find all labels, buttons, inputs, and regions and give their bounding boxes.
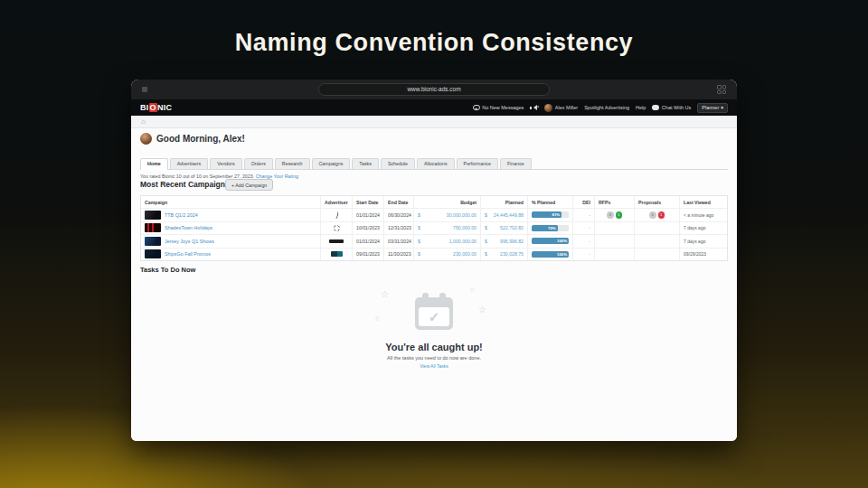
proposal-count-badge[interactable]: 1 [649,211,656,219]
dei-cell: - [573,235,595,248]
caught-up-title: You're all caught up! [131,342,737,352]
main-tabs: Home Advertisers Vendors Orders Research… [140,159,728,170]
chat-bubble-icon [473,105,480,110]
start-date: 10/01/2023 [353,222,384,235]
advertiser-logo [329,239,344,244]
tab-schedule[interactable]: Schedule [381,158,415,169]
last-viewed: 7 days ago [680,235,727,248]
campaign-link[interactable]: Jersey Joys Q1 Shows [165,239,214,244]
chat-with-us-link[interactable]: Chat With Us [652,105,691,110]
table-row[interactable]: Jersey Joys Q1 Shows 01/01/2024 03/31/20… [141,234,727,248]
campaign-thumbnail [145,223,161,232]
browser-menu-icon[interactable] [142,87,147,92]
tab-tasks[interactable]: Tasks [352,158,379,169]
star-icon: ☆ [381,289,389,299]
user-menu[interactable]: Alex Miller [544,104,578,112]
user-name: Alex Miller [555,105,578,110]
calendar-check-icon: ☆ ☆ ☆ ☆ ✓ [415,293,453,330]
start-date: 09/01/2023 [353,249,384,261]
tab-allocations[interactable]: Allocations [417,158,455,169]
mute-toggle[interactable]: × [530,104,538,111]
tab-advertisers[interactable]: Advertisers [170,158,209,169]
tab-finance[interactable]: Finance [500,158,532,169]
greeting-text: Good Morning, Alex! [156,134,245,144]
planned-cell: $24,445,449.88 [481,209,528,221]
mute-icon: × [537,105,540,109]
tab-performance[interactable]: Performance [457,158,498,169]
planned-cell: $995,996.82 [481,235,528,248]
caught-up-subtitle: All the tasks you need to do now are don… [131,355,737,361]
last-viewed: 09/29/2023 [680,249,727,261]
campaign-thumbnail [145,211,161,220]
account-name: Spotlight Advertising [584,105,629,110]
chevron-down-icon: ▾ [721,105,723,110]
view-all-tasks-link[interactable]: View All Tasks [131,363,737,369]
tab-campaigns[interactable]: Campaigns [312,158,351,169]
slide-title: Naming Convention Consistency [0,29,868,57]
planned-cell: $522,702.82 [481,222,528,235]
start-date: 01/01/2024 [353,209,384,221]
help-link[interactable]: Help [636,105,646,110]
address-bar[interactable]: www.bionic-ads.com [318,83,550,96]
rfp-count-badge[interactable]: 3 [607,211,614,219]
proposals-cell: 11 [635,209,680,221]
budget-cell: $1,000,000.00 [414,235,481,248]
user-avatar [544,104,552,112]
pct-planned-cell: 100% [528,249,573,261]
campaign-link[interactable]: TTB Q1/2 2024 [165,212,198,218]
account-menu[interactable]: Spotlight Advertising [584,105,629,110]
pct-planned-cell: 100% [528,235,573,248]
home-icon[interactable]: ⌂ [141,118,146,126]
dei-cell: - [573,249,595,261]
campaigns-heading: Most Recent Campaigns [140,180,230,189]
rfps-cell: 31 [595,209,635,221]
role-dropdown[interactable]: Planner ▾ [697,103,728,113]
messages-label: No New Messages [482,105,524,110]
table-row[interactable]: ShipsGo Fall Promos 09/01/2023 11/30/202… [141,248,727,261]
campaign-link[interactable]: ShadesTown Holidays [165,225,212,230]
slide-background: Naming Convention Consistency www.bionic… [0,0,868,488]
advertiser-logo [331,251,343,257]
tasks-heading: Tasks To Do Now [140,266,195,274]
browser-window: www.bionic-ads.com BIONIC No New Message… [131,80,737,441]
table-row[interactable]: ShadesTown Holidays 10/01/2023 12/31/202… [141,221,727,235]
proposals-cell [635,249,680,261]
bionic-logo[interactable]: BIONIC [140,103,172,112]
dei-cell: - [573,222,595,235]
advertiser-logo [334,211,339,219]
rating-line: You rated Bionic 10 out of 10 on Septemb… [140,174,298,179]
app-navbar: BIONIC No New Messages × Alex Miller Spo… [131,99,737,116]
pct-planned-cell: 70% [528,222,573,235]
end-date: 12/31/2023 [384,222,414,235]
campaign-thumbnail [145,237,161,246]
rfps-cell [595,249,635,261]
check-icon: ✓ [429,310,440,324]
tab-vendors[interactable]: Vendors [210,158,241,169]
rfp-new-badge[interactable]: 1 [616,211,623,219]
tasks-empty-state: ☆ ☆ ☆ ☆ ✓ You're all caught up! All the … [131,293,737,369]
planned-cell: $230,028.75 [481,249,528,261]
last-viewed: < a minute ago [680,209,727,221]
campaign-link[interactable]: ShipsGo Fall Promos [165,251,211,257]
table-header: Campaign Advertiser Start Date End Date … [141,196,727,208]
tab-home[interactable]: Home [140,158,168,170]
tab-orders[interactable]: Orders [244,158,273,169]
apps-grid-icon[interactable] [717,85,726,94]
messages-indicator[interactable]: No New Messages [473,105,524,110]
end-date: 06/30/2024 [384,209,414,221]
end-date: 03/31/2024 [384,235,414,248]
dashboard-content: Good Morning, Alex! Home Advertisers Ven… [131,128,737,441]
proposal-alert-badge[interactable]: 1 [658,211,665,219]
budget-cell: $30,000,000.00 [414,209,481,221]
start-date: 01/01/2024 [353,235,384,248]
avatar [140,133,152,145]
tab-research[interactable]: Research [275,158,310,169]
breadcrumb: ⌂ [131,116,737,128]
add-campaign-button[interactable]: + Add Campaign [225,179,273,191]
budget-cell: $750,000.00 [414,222,481,235]
pct-planned-cell: 81% [528,209,573,221]
rfps-cell [595,222,635,235]
star-icon: ☆ [478,305,486,314]
star-icon: ☆ [374,315,380,323]
table-row[interactable]: TTB Q1/2 2024 01/01/2024 06/30/2024 $30,… [141,208,727,221]
